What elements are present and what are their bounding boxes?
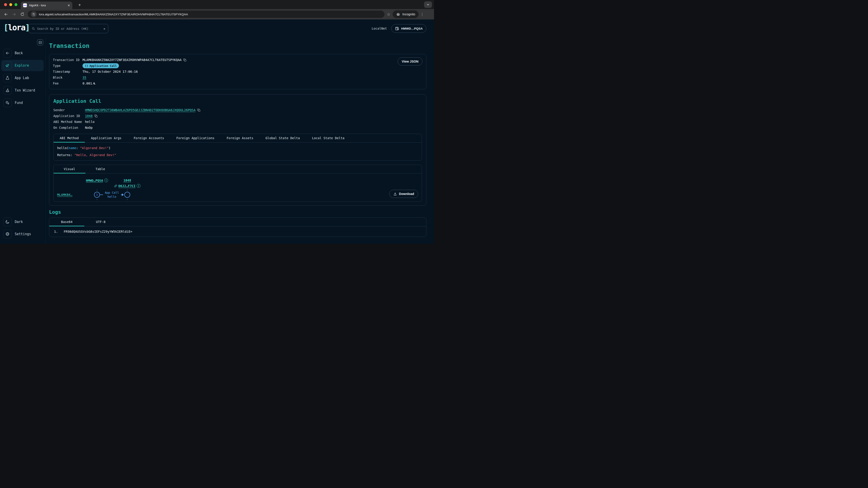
abi-method-row: ABI Method Name hello xyxy=(53,119,422,125)
type-badge-label: Application Call xyxy=(90,64,117,68)
url-bar[interactable]: lora.algokit.io/localnet/transaction/MLA… xyxy=(28,11,384,18)
tab-table[interactable]: Table xyxy=(86,165,115,173)
sidebar-item-label: App Lab xyxy=(15,76,29,80)
wallet-icon xyxy=(395,26,399,31)
logs-card: Base64 UTF-8 1. FR98dQAUSGVsbG8sIEFsZ29y… xyxy=(49,218,426,237)
window-controls xyxy=(4,3,18,6)
graph-app-address-link[interactable]: O6JJ…F7CI xyxy=(119,184,135,188)
sender-row: Sender HMWDSHQCOPD2T36WBAHLAZ6PO5GDJJZBN… xyxy=(53,107,422,113)
sidebar-collapse-button[interactable] xyxy=(37,39,43,45)
graph-arrow-label: App Call hello xyxy=(103,190,121,199)
tab-foreign-assets[interactable]: Foreign Assets xyxy=(221,134,259,142)
logs-title: Logs xyxy=(49,209,426,215)
app-call-glyph: () xyxy=(85,64,88,68)
reload-icon xyxy=(20,12,24,16)
lora-logo[interactable]: [lora] xyxy=(4,23,29,32)
graph-account-header: HMWD…PQSA 1 xyxy=(86,178,108,182)
log-entry: 1. FR98dQAUSGVsbG8sIEFsZ29yYW5kIERldiE= xyxy=(49,226,426,237)
new-tab-button[interactable]: + xyxy=(76,2,83,8)
copy-icon[interactable] xyxy=(183,58,186,62)
forward-button[interactable] xyxy=(10,11,18,18)
site-settings-icon[interactable] xyxy=(31,11,37,17)
graph-arrow-head xyxy=(122,193,124,196)
arrow-right-icon xyxy=(12,12,16,17)
appcall-tabs: ABI Method Application Args Foreign Acco… xyxy=(54,134,422,142)
download-button[interactable]: Download xyxy=(389,190,418,198)
reload-button[interactable] xyxy=(19,11,26,18)
search-input[interactable] xyxy=(37,27,101,31)
close-window-button[interactable] xyxy=(4,3,7,6)
tab-application-args[interactable]: Application Args xyxy=(85,134,127,142)
app-header: [lora] ✕ LocalNet HMWD…PQSA xyxy=(0,20,434,37)
sidebar-item-fund[interactable]: Fund xyxy=(1,97,43,108)
application-id-link[interactable]: 1048 xyxy=(85,114,93,118)
incognito-badge: Incognito xyxy=(393,10,418,18)
copy-icon[interactable] xyxy=(197,108,200,112)
tab-utf8[interactable]: UTF-8 xyxy=(84,218,117,226)
graph-app-address: O6JJ…F7CI 2 xyxy=(114,184,141,188)
tab-local-state-delta[interactable]: Local State Delta xyxy=(306,134,350,142)
back-button[interactable] xyxy=(2,11,10,18)
block-label: Block xyxy=(53,76,83,79)
graph-target-node xyxy=(124,192,130,198)
sidebar-item-txn-wizard[interactable]: Txn Wizard xyxy=(1,85,43,96)
logs-tabs: Base64 UTF-8 xyxy=(49,218,426,226)
sidebar-item-back[interactable]: Back xyxy=(1,47,43,59)
incognito-label: Incognito xyxy=(402,12,415,16)
type-badge: () Application Call xyxy=(83,63,119,68)
abi-param-name: name xyxy=(69,146,76,150)
minimize-window-button[interactable] xyxy=(9,3,12,6)
search-box[interactable]: ✕ xyxy=(29,24,108,33)
txn-id-value: MLAMKB4ANXZ5NA2XY7ZNF3EAIROHVWPAB4A7CLT6… xyxy=(83,58,182,62)
graph-account-link[interactable]: HMWD…PQSA xyxy=(86,179,103,182)
block-row: Block 35 xyxy=(53,74,423,80)
fee-row: Fee 0.001 xyxy=(53,80,423,86)
on-completion-row: On Completion NoOp xyxy=(53,125,422,131)
download-icon xyxy=(393,192,397,196)
fee-label: Fee xyxy=(53,82,83,85)
tab-foreign-applications[interactable]: Foreign Applications xyxy=(170,134,221,142)
maximize-window-button[interactable] xyxy=(14,3,18,6)
view-json-button[interactable]: View JSON xyxy=(398,57,423,66)
block-link[interactable]: 35 xyxy=(83,76,86,79)
application-call-card: Application Call Sender HMWDSHQCOPD2T36W… xyxy=(49,94,426,205)
tab-foreign-accounts[interactable]: Foreign Accounts xyxy=(127,134,170,142)
moon-icon xyxy=(3,218,12,226)
browser-tab[interactable]: [ak] AlgoKit - lora ✕ xyxy=(21,2,72,9)
graph-application-link[interactable]: 1048 xyxy=(123,178,131,182)
sidebar-item-label: Back xyxy=(15,51,23,55)
algo-currency-icon xyxy=(93,82,95,85)
txn-id-label: Transaction ID xyxy=(53,58,83,62)
bookmark-star-icon[interactable]: ☆ xyxy=(385,11,392,18)
search-clear-icon[interactable]: ✕ xyxy=(103,27,105,31)
sidebar-item-label: Settings xyxy=(15,232,31,236)
browser-menu-icon[interactable]: ⋮ xyxy=(419,12,425,17)
connected-account-button[interactable]: HMWD…PQSA xyxy=(391,24,426,33)
graph-transaction-link[interactable]: MLAMKB4… xyxy=(57,193,72,197)
tab-visual[interactable]: Visual xyxy=(54,165,86,173)
logo-bracket-open: [ xyxy=(4,23,8,32)
tab-abi-method[interactable]: ABI Method xyxy=(54,134,85,142)
txn-id-row: Transaction ID MLAMKB4ANXZ5NA2XY7ZNF3EAI… xyxy=(53,57,423,63)
network-label: LocalNet xyxy=(372,27,387,30)
copy-icon[interactable] xyxy=(94,114,98,118)
tab-close-icon[interactable]: ✕ xyxy=(67,4,70,7)
tab-base64[interactable]: Base64 xyxy=(49,218,84,226)
sidebar-item-dark-mode[interactable]: Dark xyxy=(1,216,43,228)
gear-icon: ⚙ xyxy=(3,230,12,238)
sender-address-link[interactable]: HMWDSHQCOPD2T36WBAHLAZ6PO5GDJJZBN4D2TODK… xyxy=(85,108,195,112)
flask-icon xyxy=(3,74,12,82)
account-number-badge: 1 xyxy=(104,178,108,182)
page-title: Transaction xyxy=(49,42,426,49)
search-icon xyxy=(32,27,35,30)
tab-global-state-delta[interactable]: Global State Delta xyxy=(259,134,306,142)
sidebar-item-app-lab[interactable]: App Lab xyxy=(1,72,43,84)
abi-return-value: "Hello, Algorand Dev!" xyxy=(74,153,116,157)
tab-search-button[interactable] xyxy=(424,1,432,8)
abi-method-content: hello(name: "Algorand Dev!") Returns: "H… xyxy=(54,142,422,160)
sidebar-item-label: Txn Wizard xyxy=(15,88,35,92)
sender-label: Sender xyxy=(53,108,85,112)
sidebar-item-settings[interactable]: ⚙ Settings xyxy=(1,228,43,240)
sidebar-item-explore[interactable]: Explore xyxy=(1,60,43,71)
arrow-left-icon xyxy=(4,12,8,17)
